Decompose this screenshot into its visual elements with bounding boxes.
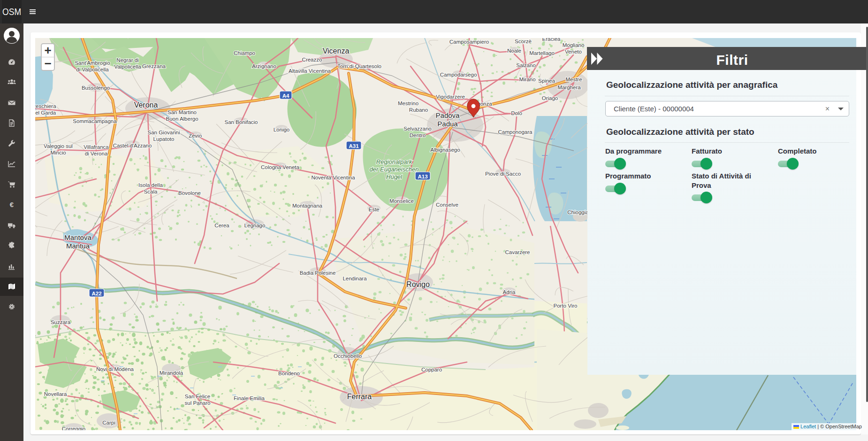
svg-text:Novi di Modena: Novi di Modena	[96, 366, 134, 372]
svg-text:A4: A4	[282, 93, 289, 99]
svg-text:Selvazzano: Selvazzano	[404, 126, 431, 132]
svg-text:Mincio: Mincio	[50, 150, 66, 155]
svg-text:Suzzara: Suzzara	[51, 319, 71, 325]
svg-text:di Verona: di Verona	[85, 151, 108, 156]
svg-text:Martellago: Martellago	[529, 50, 555, 56]
svg-text:Conselve: Conselve	[436, 202, 458, 208]
svg-text:Salzano: Salzano	[516, 62, 536, 68]
svg-text:Lendinara: Lendinara	[343, 276, 367, 281]
svg-text:Montagnana: Montagnana	[292, 203, 323, 209]
svg-text:Monselice: Monselice	[389, 198, 414, 204]
svg-text:Hügel: Hügel	[386, 173, 403, 180]
svg-text:Chioggia: Chioggia	[567, 209, 589, 215]
svg-text:Adria: Adria	[503, 289, 516, 295]
svg-text:A13: A13	[418, 174, 427, 179]
svg-text:Rovigo: Rovigo	[406, 280, 430, 288]
svg-text:Novellara: Novellara	[44, 391, 67, 397]
svg-text:San Felice: San Felice	[185, 394, 210, 399]
svg-text:Vigodarzere: Vigodarzere	[436, 94, 465, 100]
svg-text:San Giovanni: San Giovanni	[147, 130, 180, 135]
svg-text:Mirano: Mirano	[519, 77, 535, 82]
svg-text:Marghera: Marghera	[557, 85, 581, 90]
svg-text:Camposampiero: Camposampiero	[449, 39, 489, 45]
svg-text:Castel d'Azzano: Castel d'Azzano	[113, 143, 152, 148]
svg-text:Cerea: Cerea	[214, 223, 229, 228]
svg-text:Oriago: Oriago	[542, 95, 558, 101]
svg-text:Dolo: Dolo	[511, 110, 522, 116]
svg-text:Mirandola: Mirandola	[160, 370, 183, 376]
svg-text:del Garda: del Garda	[35, 110, 56, 116]
svg-text:Badia Polesine: Badia Polesine	[300, 270, 336, 276]
svg-text:Grezzana: Grezzana	[142, 63, 166, 69]
svg-text:Spinea: Spinea	[538, 78, 555, 84]
svg-text:Veneto: Veneto	[565, 49, 582, 54]
svg-text:A22: A22	[91, 291, 101, 296]
svg-text:Camponogara: Camponogara	[498, 129, 533, 135]
svg-text:San Martino: San Martino	[168, 109, 197, 115]
svg-text:Mantova: Mantova	[64, 233, 91, 241]
svg-text:Carpi: Carpi	[102, 420, 115, 426]
svg-text:sul Panaro: sul Panaro	[185, 400, 211, 406]
svg-text:Mestre: Mestre	[565, 77, 582, 82]
svg-text:Lupatoto: Lupatoto	[153, 136, 175, 142]
svg-text:Mantua: Mantua	[66, 242, 90, 250]
svg-text:Creazzo: Creazzo	[302, 57, 322, 62]
svg-text:Noventa Vicentina: Noventa Vicentina	[311, 175, 355, 180]
svg-text:Correggio: Correggio	[62, 426, 86, 430]
svg-text:Eraclea: Eraclea	[542, 38, 561, 42]
svg-text:Bussolengo: Bussolengo	[82, 85, 110, 91]
svg-text:Torri di Quartesolo: Torri di Quartesolo	[337, 63, 381, 69]
svg-text:Zevio: Zevio	[189, 133, 202, 139]
svg-text:€: €	[10, 201, 14, 209]
svg-text:Scorzè: Scorzè	[515, 39, 532, 44]
svg-text:Este: Este	[368, 207, 379, 212]
svg-text:Mogliano: Mogliano	[563, 42, 585, 48]
svg-text:San Bonifacio: San Bonifacio	[225, 119, 258, 125]
svg-text:Dentro: Dentro	[410, 132, 426, 138]
svg-text:Buon Albergo: Buon Albergo	[166, 116, 198, 122]
svg-text:Mestrino: Mestrino	[398, 101, 419, 106]
svg-text:Scala: Scala	[144, 189, 158, 194]
svg-text:Padova: Padova	[436, 111, 460, 119]
svg-text:Rubano: Rubano	[409, 107, 428, 113]
svg-text:Albignasego: Albignasego	[430, 147, 460, 153]
svg-text:der Euganeischen: der Euganeischen	[370, 166, 419, 173]
svg-text:Finale Emilia: Finale Emilia	[234, 395, 265, 401]
svg-text:Vicenza: Vicenza	[323, 47, 350, 55]
svg-text:Chiampo: Chiampo	[234, 50, 255, 56]
svg-text:Padua: Padua	[437, 120, 458, 128]
svg-text:Valpolicella: Valpolicella	[114, 64, 141, 70]
svg-text:Campodarsego: Campodarsego	[440, 72, 477, 77]
svg-text:Bondeno: Bondeno	[278, 371, 300, 376]
svg-text:Copparo: Copparo	[421, 367, 442, 372]
svg-text:Regionalpark: Regionalpark	[376, 158, 413, 165]
svg-text:Legnago: Legnago	[244, 223, 266, 228]
svg-text:Arzignano: Arzignano	[252, 63, 276, 69]
svg-text:Bovolone: Bovolone	[178, 190, 201, 196]
svg-text:Isola della: Isola della	[138, 182, 163, 188]
svg-text:A31: A31	[349, 143, 359, 149]
svg-text:Sant'Ambrogio: Sant'Ambrogio	[75, 60, 110, 66]
svg-text:Occhiobello: Occhiobello	[334, 353, 362, 359]
svg-text:Negrar di: Negrar di	[116, 57, 138, 63]
svg-text:Valeggio sul: Valeggio sul	[44, 143, 73, 149]
svg-text:Cologna Veneta: Cologna Veneta	[261, 164, 299, 170]
svg-text:Villafranca: Villafranca	[84, 144, 109, 150]
svg-text:Cavarzere: Cavarzere	[505, 249, 530, 255]
svg-text:Noale: Noale	[507, 48, 521, 54]
svg-text:Verona: Verona	[134, 101, 158, 109]
svg-text:Peschiera: Peschiera	[35, 103, 56, 109]
svg-text:Lonigo: Lonigo	[274, 127, 290, 132]
svg-text:di Valpolicella: di Valpolicella	[76, 67, 109, 72]
svg-text:Altavilla Vicentina: Altavilla Vicentina	[289, 68, 331, 74]
svg-text:Porto Viro: Porto Viro	[554, 303, 578, 309]
svg-text:Sommacampagna: Sommacampagna	[73, 118, 117, 124]
svg-text:Ferrara: Ferrara	[347, 393, 372, 401]
svg-text:Piove di Sacco: Piove di Sacco	[485, 171, 521, 177]
